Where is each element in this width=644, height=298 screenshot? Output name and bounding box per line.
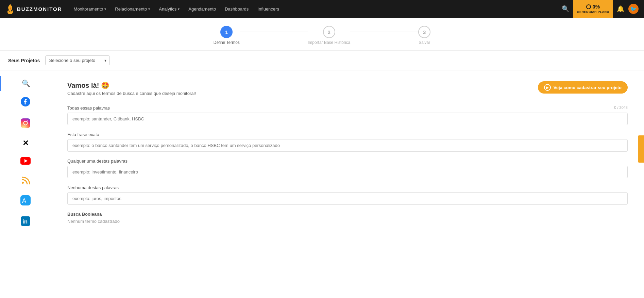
project-select[interactable]: Selecione o seu projeto <box>45 55 110 65</box>
logo-text: BUZZMONITOR <box>17 6 62 12</box>
notifications-icon[interactable]: 🔔 <box>615 4 626 14</box>
nav-agendamento[interactable]: Agendamento <box>185 4 219 14</box>
form-subtitle: Cadastre aqui os termos de busca e canai… <box>67 91 196 96</box>
step-3: 3 Salvar <box>418 26 430 45</box>
sidebar-item-linkedin[interactable]: in <box>0 213 51 231</box>
appstore-icon: A <box>20 195 31 207</box>
sidebar-item-youtube[interactable] <box>0 154 51 169</box>
svg-rect-1 <box>21 118 30 128</box>
stepper-steps: 1 Definir Termos 2 Importar Base Históri… <box>214 26 431 45</box>
nav-monitoramento[interactable]: Monitoramento ▾ <box>70 4 110 14</box>
none-words-label: Nenhuma destas palavras <box>67 185 628 190</box>
any-words-label: Qualquer uma destas palavras <box>67 159 628 164</box>
form-header: Vamos lá! 🤩 Cadastre aqui os termos de b… <box>67 81 628 96</box>
step-line-1 <box>240 32 308 32</box>
sidebar: 🔍 <box>0 70 51 298</box>
form-title-block: Vamos lá! 🤩 Cadastre aqui os termos de b… <box>67 81 196 96</box>
chevron-down-icon: ▾ <box>148 7 150 11</box>
sidebar-item-twitter-x[interactable]: ✕ <box>0 135 51 151</box>
nav-analytics[interactable]: Analytics ▾ <box>155 4 183 14</box>
exact-phrase-label: Esta frase exata <box>67 132 628 137</box>
sidebar-item-instagram[interactable] <box>0 115 51 133</box>
step-1-circle: 1 <box>220 26 233 38</box>
step-2-label: Importar Base Histórica <box>308 40 350 45</box>
step-3-label: Salvar <box>419 40 430 45</box>
chevron-down-icon: ▾ <box>104 7 106 11</box>
step-2: 2 Importar Base Histórica <box>308 26 350 45</box>
all-words-label: Todas essas palavras 0 / 2048 <box>67 105 628 111</box>
main-layout: 🔍 <box>0 70 644 298</box>
step-3-circle: 3 <box>418 26 430 38</box>
all-words-group: Todas essas palavras 0 / 2048 <box>67 105 628 125</box>
youtube-icon <box>20 157 31 166</box>
sidebar-item-facebook[interactable] <box>0 94 51 112</box>
plan-circle-icon <box>586 4 591 9</box>
sidebar-item-appstore[interactable]: A <box>0 192 51 210</box>
rss-icon <box>21 176 30 186</box>
svg-point-3 <box>27 120 28 121</box>
nav-dashboards[interactable]: Dashboards <box>221 4 252 14</box>
facebook-icon <box>21 97 30 109</box>
nav-relacionamento[interactable]: Relacionamento ▾ <box>112 4 153 14</box>
search-icon[interactable]: 🔍 <box>560 4 571 14</box>
boolean-empty: Nenhum termo cadastrado <box>67 219 628 224</box>
stepper: 1 Definir Termos 2 Importar Base Históri… <box>0 18 644 51</box>
top-navigation: BUZZMONITOR Monitoramento ▾ Relacionamen… <box>0 0 644 18</box>
none-words-group: Nenhuma destas palavras <box>67 185 628 205</box>
boolean-section: Busca Booleana Nenhum termo cadastrado <box>67 212 628 224</box>
step-line-2 <box>350 32 418 32</box>
exact-phrase-group: Esta frase exata <box>67 132 628 152</box>
step-1-label: Definir Termos <box>214 40 240 45</box>
projects-bar: Seus Projetos Selecione o seu projeto <box>0 51 644 70</box>
x-icon: ✕ <box>22 139 29 148</box>
form-title: Vamos lá! 🤩 <box>67 81 196 89</box>
svg-text:in: in <box>22 218 28 225</box>
avatar[interactable]: 🐦 <box>628 4 639 14</box>
step-1: 1 Definir Termos <box>214 26 240 45</box>
none-words-input[interactable] <box>67 192 628 205</box>
projects-label: Seus Projetos <box>8 58 40 63</box>
exact-phrase-input[interactable] <box>67 139 628 152</box>
logo-icon <box>5 3 15 14</box>
nav-menu: Monitoramento ▾ Relacionamento ▾ Analyti… <box>70 4 561 14</box>
video-button[interactable]: ▶ Veja como cadastrar seu projeto <box>538 81 628 94</box>
boolean-title: Busca Booleana <box>67 212 628 217</box>
play-icon: ▶ <box>544 84 551 91</box>
form-area: Vamos lá! 🤩 Cadastre aqui os termos de b… <box>51 70 644 298</box>
manage-plan-button[interactable]: 0% GERENCIAR PLANO <box>573 0 613 18</box>
linkedin-icon: in <box>21 216 30 227</box>
svg-point-6 <box>22 182 24 184</box>
instagram-icon <box>21 118 30 129</box>
step-2-circle: 2 <box>323 26 335 38</box>
chevron-down-icon: ▾ <box>178 7 180 11</box>
sidebar-item-search[interactable]: 🔍 <box>0 76 51 91</box>
project-select-wrapper[interactable]: Selecione o seu projeto <box>45 55 110 65</box>
all-words-input[interactable] <box>67 113 628 125</box>
any-words-group: Qualquer uma destas palavras <box>67 159 628 178</box>
sidebar-item-rss[interactable] <box>0 172 51 189</box>
logo[interactable]: BUZZMONITOR <box>5 3 62 14</box>
any-words-input[interactable] <box>67 166 628 178</box>
svg-text:A: A <box>22 197 26 204</box>
char-count: 0 / 2048 <box>614 105 628 110</box>
search-icon: 🔍 <box>22 79 30 87</box>
side-tab[interactable] <box>638 135 644 163</box>
topnav-right: 🔍 0% GERENCIAR PLANO 🔔 🐦 <box>560 0 639 18</box>
nav-influencers[interactable]: Influencers <box>254 4 283 14</box>
